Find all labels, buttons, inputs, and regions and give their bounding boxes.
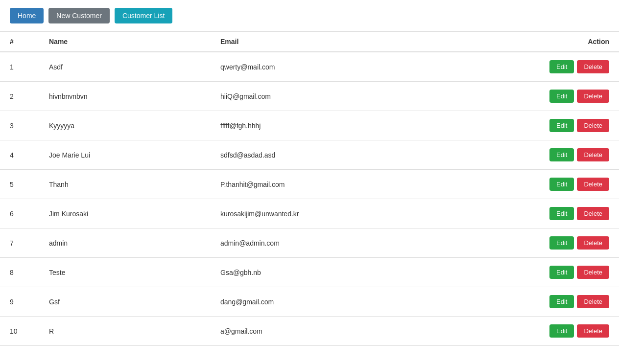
cell-email: Gsa@gbh.nb [211,258,531,287]
cell-number: 6 [0,199,39,228]
cell-number: 5 [0,170,39,199]
home-button[interactable]: Home [10,8,44,23]
cell-name: R [39,317,211,346]
action-buttons: EditDelete [541,60,609,73]
edit-button[interactable]: Edit [549,207,574,220]
edit-button[interactable]: Edit [549,119,574,132]
table-row: 2hivnbnvnbvnhiiQ@gmail.comEditDelete [0,82,619,111]
cell-name: Joe Marie Lui [39,140,211,170]
cell-email: admin@admin.com [211,228,531,258]
cell-number: 7 [0,228,39,258]
table-row: 5ThanhP.thanhit@gmail.comEditDelete [0,170,619,199]
table-row: 6Jim Kurosakikurosakijim@unwanted.krEdit… [0,199,619,228]
action-buttons: EditDelete [541,266,609,279]
cell-name: Asdf [39,52,211,82]
cell-action: EditDelete [531,199,619,228]
cell-action: EditDelete [531,140,619,170]
header-name: Name [39,32,211,52]
action-buttons: EditDelete [541,119,609,132]
cell-name: Gsf [39,287,211,317]
cell-number: 3 [0,111,39,140]
header-email: Email [211,32,531,52]
cell-name: Thanh [39,170,211,199]
action-buttons: EditDelete [541,295,609,308]
delete-button[interactable]: Delete [577,119,609,132]
table-row: 9Gsfdang@gmail.comEditDelete [0,287,619,317]
delete-button[interactable]: Delete [577,207,609,220]
action-buttons: EditDelete [541,324,609,338]
table-row: 1Asdfqwerty@mail.comEditDelete [0,52,619,82]
cell-name: hivnbnvnbvn [39,82,211,111]
cell-action: EditDelete [531,287,619,317]
delete-button[interactable]: Delete [577,90,609,103]
edit-button[interactable]: Edit [549,295,574,308]
cell-action: EditDelete [531,111,619,140]
cell-name: Jim Kurosaki [39,199,211,228]
customer-table: # Name Email Action 1Asdfqwerty@mail.com… [0,32,619,346]
cell-action: EditDelete [531,82,619,111]
edit-button[interactable]: Edit [549,236,574,250]
action-buttons: EditDelete [541,236,609,250]
new-customer-button[interactable]: New Customer [48,8,110,23]
action-buttons: EditDelete [541,178,609,191]
delete-button[interactable]: Delete [577,236,609,250]
cell-email: a@gmail.com [211,317,531,346]
edit-button[interactable]: Edit [549,266,574,279]
action-buttons: EditDelete [541,148,609,161]
table-row: 10Ra@gmail.comEditDelete [0,317,619,346]
cell-action: EditDelete [531,317,619,346]
table-header-row: # Name Email Action [0,32,619,52]
delete-button[interactable]: Delete [577,148,609,161]
cell-number: 4 [0,140,39,170]
cell-action: EditDelete [531,52,619,82]
cell-action: EditDelete [531,170,619,199]
cell-action: EditDelete [531,258,619,287]
cell-email: fffff@fgh.hhhj [211,111,531,140]
cell-email: dang@gmail.com [211,287,531,317]
cell-name: Kyyyyya [39,111,211,140]
cell-email: sdfsd@asdad.asd [211,140,531,170]
cell-email: kurosakijim@unwanted.kr [211,199,531,228]
cell-name: admin [39,228,211,258]
cell-number: 1 [0,52,39,82]
edit-button[interactable]: Edit [549,60,574,73]
edit-button[interactable]: Edit [549,90,574,103]
customer-list-button[interactable]: Customer List [115,8,172,23]
delete-button[interactable]: Delete [577,324,609,338]
table-row: 4Joe Marie Luisdfsd@asdad.asdEditDelete [0,140,619,170]
action-buttons: EditDelete [541,207,609,220]
cell-number: 2 [0,82,39,111]
table-row: 3Kyyyyyafffff@fgh.hhhjEditDelete [0,111,619,140]
cell-number: 9 [0,287,39,317]
delete-button[interactable]: Delete [577,266,609,279]
table-row: 7adminadmin@admin.comEditDelete [0,228,619,258]
edit-button[interactable]: Edit [549,148,574,161]
edit-button[interactable]: Edit [549,178,574,191]
cell-email: qwerty@mail.com [211,52,531,82]
cell-number: 10 [0,317,39,346]
table-row: 8TesteGsa@gbh.nbEditDelete [0,258,619,287]
cell-email: P.thanhit@gmail.com [211,170,531,199]
cell-action: EditDelete [531,228,619,258]
cell-email: hiiQ@gmail.com [211,82,531,111]
header-action: Action [531,32,619,52]
delete-button[interactable]: Delete [577,60,609,73]
toolbar: Home New Customer Customer List [0,0,619,31]
action-buttons: EditDelete [541,90,609,103]
cell-name: Teste [39,258,211,287]
delete-button[interactable]: Delete [577,295,609,308]
edit-button[interactable]: Edit [549,324,574,338]
delete-button[interactable]: Delete [577,178,609,191]
cell-number: 8 [0,258,39,287]
header-number: # [0,32,39,52]
